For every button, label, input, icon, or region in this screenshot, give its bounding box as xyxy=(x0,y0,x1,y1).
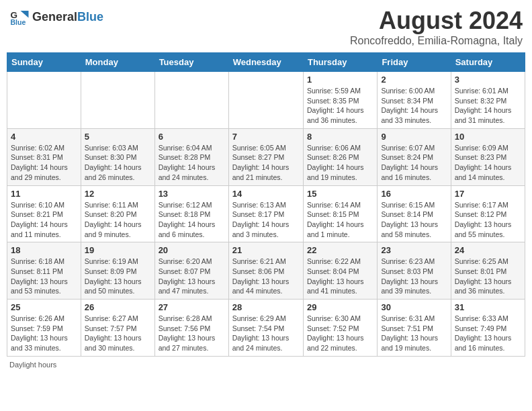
day-of-week-header: Thursday xyxy=(303,53,377,72)
day-info: Sunrise: 6:20 AM Sunset: 8:07 PM Dayligh… xyxy=(159,257,225,296)
day-info: Sunrise: 6:12 AM Sunset: 8:18 PM Dayligh… xyxy=(159,200,225,240)
calendar-cell: 20Sunrise: 6:20 AM Sunset: 8:07 PM Dayli… xyxy=(154,242,228,300)
day-info: Sunrise: 6:14 AM Sunset: 8:15 PM Dayligh… xyxy=(307,200,373,240)
calendar-week-row: 18Sunrise: 6:18 AM Sunset: 8:11 PM Dayli… xyxy=(7,242,525,300)
day-number: 17 xyxy=(455,189,521,199)
day-info: Sunrise: 6:05 AM Sunset: 8:27 PM Dayligh… xyxy=(232,143,300,183)
calendar-cell: 9Sunrise: 6:07 AM Sunset: 8:24 PM Daylig… xyxy=(378,128,451,185)
day-info: Sunrise: 6:03 AM Sunset: 8:30 PM Dayligh… xyxy=(85,143,151,183)
calendar-cell: 14Sunrise: 6:13 AM Sunset: 8:17 PM Dayli… xyxy=(228,185,303,242)
day-number: 18 xyxy=(11,245,77,255)
calendar-cell: 8Sunrise: 6:06 AM Sunset: 8:26 PM Daylig… xyxy=(303,128,377,185)
day-info: Sunrise: 6:28 AM Sunset: 7:56 PM Dayligh… xyxy=(159,314,225,353)
day-number: 19 xyxy=(85,245,151,255)
calendar-cell: 24Sunrise: 6:25 AM Sunset: 8:01 PM Dayli… xyxy=(451,242,525,300)
calendar-week-row: 11Sunrise: 6:10 AM Sunset: 8:21 PM Dayli… xyxy=(7,185,525,242)
day-number: 24 xyxy=(455,245,521,255)
calendar-cell: 11Sunrise: 6:10 AM Sunset: 8:21 PM Dayli… xyxy=(7,185,81,242)
day-info: Sunrise: 6:29 AM Sunset: 7:54 PM Dayligh… xyxy=(232,314,300,353)
logo-icon: G Blue xyxy=(9,7,30,27)
day-number: 20 xyxy=(159,245,225,255)
day-info: Sunrise: 6:09 AM Sunset: 8:23 PM Dayligh… xyxy=(455,143,521,183)
calendar-week-row: 25Sunrise: 6:26 AM Sunset: 7:59 PM Dayli… xyxy=(7,300,525,357)
logo-blue-text: Blue xyxy=(77,10,103,24)
day-number: 23 xyxy=(381,245,447,255)
day-info: Sunrise: 6:33 AM Sunset: 7:49 PM Dayligh… xyxy=(455,314,521,353)
day-number: 12 xyxy=(85,189,151,199)
calendar-cell xyxy=(154,72,228,129)
calendar-cell: 22Sunrise: 6:22 AM Sunset: 8:04 PM Dayli… xyxy=(303,242,377,300)
title-area: August 2024 Roncofreddo, Emilia-Romagna,… xyxy=(350,7,523,47)
day-number: 16 xyxy=(381,189,447,199)
calendar-cell: 5Sunrise: 6:03 AM Sunset: 8:30 PM Daylig… xyxy=(81,128,154,185)
day-of-week-header: Sunday xyxy=(7,53,81,72)
calendar-cell xyxy=(7,72,81,129)
page-header: G Blue GeneralBlue August 2024 Roncofred… xyxy=(7,7,525,47)
day-info: Sunrise: 6:04 AM Sunset: 8:28 PM Dayligh… xyxy=(159,143,225,183)
calendar-cell: 3Sunrise: 6:01 AM Sunset: 8:32 PM Daylig… xyxy=(451,72,525,129)
logo-general-text: General xyxy=(32,10,77,24)
calendar-cell: 30Sunrise: 6:31 AM Sunset: 7:51 PM Dayli… xyxy=(378,300,451,357)
day-info: Sunrise: 6:31 AM Sunset: 7:51 PM Dayligh… xyxy=(381,314,447,353)
footer-note: Daylight hours xyxy=(7,361,525,369)
calendar-cell: 2Sunrise: 6:00 AM Sunset: 8:34 PM Daylig… xyxy=(378,72,451,129)
day-info: Sunrise: 6:02 AM Sunset: 8:31 PM Dayligh… xyxy=(11,143,77,183)
calendar-header-row: SundayMondayTuesdayWednesdayThursdayFrid… xyxy=(7,53,525,72)
calendar-cell xyxy=(81,72,154,129)
calendar-week-row: 4Sunrise: 6:02 AM Sunset: 8:31 PM Daylig… xyxy=(7,128,525,185)
day-number: 11 xyxy=(11,189,77,199)
day-of-week-header: Saturday xyxy=(451,53,525,72)
calendar-table: SundayMondayTuesdayWednesdayThursdayFrid… xyxy=(7,52,525,357)
day-info: Sunrise: 6:13 AM Sunset: 8:17 PM Dayligh… xyxy=(232,200,300,240)
day-of-week-header: Tuesday xyxy=(154,53,228,72)
logo: G Blue GeneralBlue xyxy=(9,7,103,27)
day-number: 13 xyxy=(159,189,225,199)
day-number: 5 xyxy=(85,132,151,142)
day-info: Sunrise: 6:19 AM Sunset: 8:09 PM Dayligh… xyxy=(85,257,151,296)
day-info: Sunrise: 6:07 AM Sunset: 8:24 PM Dayligh… xyxy=(381,143,447,183)
day-number: 26 xyxy=(85,302,151,312)
main-title: August 2024 xyxy=(350,7,523,35)
day-info: Sunrise: 6:17 AM Sunset: 8:12 PM Dayligh… xyxy=(455,200,521,240)
calendar-week-row: 1Sunrise: 5:59 AM Sunset: 8:35 PM Daylig… xyxy=(7,72,525,129)
calendar-cell: 12Sunrise: 6:11 AM Sunset: 8:20 PM Dayli… xyxy=(81,185,154,242)
day-of-week-header: Monday xyxy=(81,53,154,72)
day-info: Sunrise: 6:26 AM Sunset: 7:59 PM Dayligh… xyxy=(11,314,77,353)
calendar-cell: 31Sunrise: 6:33 AM Sunset: 7:49 PM Dayli… xyxy=(451,300,525,357)
calendar-cell: 6Sunrise: 6:04 AM Sunset: 8:28 PM Daylig… xyxy=(154,128,228,185)
day-info: Sunrise: 6:23 AM Sunset: 8:03 PM Dayligh… xyxy=(381,257,447,296)
calendar-cell: 19Sunrise: 6:19 AM Sunset: 8:09 PM Dayli… xyxy=(81,242,154,300)
day-info: Sunrise: 6:11 AM Sunset: 8:20 PM Dayligh… xyxy=(85,200,151,240)
calendar-cell: 21Sunrise: 6:21 AM Sunset: 8:06 PM Dayli… xyxy=(228,242,303,300)
day-number: 4 xyxy=(11,132,77,142)
day-number: 1 xyxy=(307,75,373,85)
day-number: 21 xyxy=(232,245,300,255)
day-info: Sunrise: 6:30 AM Sunset: 7:52 PM Dayligh… xyxy=(307,314,373,353)
calendar-cell: 1Sunrise: 5:59 AM Sunset: 8:35 PM Daylig… xyxy=(303,72,377,129)
calendar-cell: 13Sunrise: 6:12 AM Sunset: 8:18 PM Dayli… xyxy=(154,185,228,242)
calendar-cell: 29Sunrise: 6:30 AM Sunset: 7:52 PM Dayli… xyxy=(303,300,377,357)
calendar-cell: 26Sunrise: 6:27 AM Sunset: 7:57 PM Dayli… xyxy=(81,300,154,357)
day-number: 15 xyxy=(307,189,373,199)
day-number: 22 xyxy=(307,245,373,255)
calendar-cell: 18Sunrise: 6:18 AM Sunset: 8:11 PM Dayli… xyxy=(7,242,81,300)
day-info: Sunrise: 6:15 AM Sunset: 8:14 PM Dayligh… xyxy=(381,200,447,240)
calendar-cell: 4Sunrise: 6:02 AM Sunset: 8:31 PM Daylig… xyxy=(7,128,81,185)
day-number: 7 xyxy=(232,132,300,142)
calendar-cell: 16Sunrise: 6:15 AM Sunset: 8:14 PM Dayli… xyxy=(378,185,451,242)
calendar-cell: 17Sunrise: 6:17 AM Sunset: 8:12 PM Dayli… xyxy=(451,185,525,242)
day-info: Sunrise: 6:00 AM Sunset: 8:34 PM Dayligh… xyxy=(381,86,447,126)
day-number: 2 xyxy=(381,75,447,85)
day-info: Sunrise: 6:21 AM Sunset: 8:06 PM Dayligh… xyxy=(232,257,300,296)
calendar-cell: 23Sunrise: 6:23 AM Sunset: 8:03 PM Dayli… xyxy=(378,242,451,300)
day-info: Sunrise: 6:18 AM Sunset: 8:11 PM Dayligh… xyxy=(11,257,77,296)
calendar-cell: 10Sunrise: 6:09 AM Sunset: 8:23 PM Dayli… xyxy=(451,128,525,185)
day-number: 29 xyxy=(307,302,373,312)
day-info: Sunrise: 6:06 AM Sunset: 8:26 PM Dayligh… xyxy=(307,143,373,183)
day-info: Sunrise: 6:25 AM Sunset: 8:01 PM Dayligh… xyxy=(455,257,521,296)
calendar-cell: 15Sunrise: 6:14 AM Sunset: 8:15 PM Dayli… xyxy=(303,185,377,242)
day-number: 31 xyxy=(455,302,521,312)
day-number: 8 xyxy=(307,132,373,142)
day-number: 27 xyxy=(159,302,225,312)
day-info: Sunrise: 5:59 AM Sunset: 8:35 PM Dayligh… xyxy=(307,86,373,126)
